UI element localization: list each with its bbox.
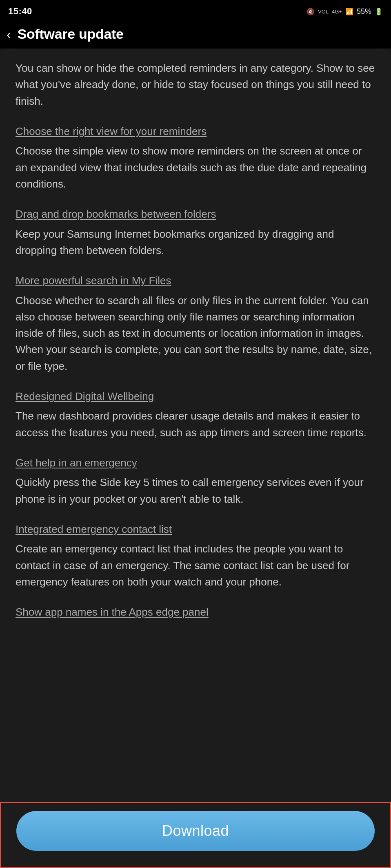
mute-icon: 🔇 bbox=[307, 8, 315, 15]
feature-desc-emergency-help: Quickly press the Side key 5 times to ca… bbox=[16, 474, 375, 507]
feature-section-emergency-contact: Integrated emergency contact list Create… bbox=[16, 522, 375, 590]
feature-desc-reminders-view: Choose the simple view to show more remi… bbox=[16, 143, 375, 192]
feature-section-wellbeing: Redesigned Digital Wellbeing The new das… bbox=[16, 389, 375, 441]
back-button[interactable]: ‹ bbox=[7, 28, 11, 41]
feature-title-myfiles: More powerful search in My Files bbox=[16, 273, 375, 288]
battery-level: 55% bbox=[357, 7, 371, 16]
feature-desc-emergency-contact: Create an emergency contact list that in… bbox=[16, 541, 375, 590]
download-button[interactable]: Download bbox=[16, 811, 375, 851]
status-time: 15:40 bbox=[8, 6, 32, 17]
feature-title-reminders-view: Choose the right view for your reminders bbox=[16, 124, 375, 139]
feature-title-emergency-help: Get help in an emergency bbox=[16, 455, 375, 470]
feature-desc-myfiles: Choose whether to search all files or on… bbox=[16, 292, 375, 374]
feature-desc-bookmarks: Keep your Samsung Internet bookmarks org… bbox=[16, 226, 375, 259]
feature-section-emergency-help: Get help in an emergency Quickly press t… bbox=[16, 455, 375, 507]
phone-container: 15:40 🔇 VOL 4G+ 📶 55% 🔋 ‹ Software updat… bbox=[0, 0, 391, 868]
feature-section-reminders-view: Choose the right view for your reminders… bbox=[16, 124, 375, 192]
intro-text: You can show or hide the completed remin… bbox=[16, 60, 375, 109]
feature-desc-wellbeing: The new dashboard provides clearer usage… bbox=[16, 408, 375, 441]
status-right: 🔇 VOL 4G+ 📶 55% 🔋 bbox=[307, 7, 383, 16]
feature-title-emergency-contact: Integrated emergency contact list bbox=[16, 522, 375, 537]
feature-section-bookmarks: Drag and drop bookmarks between folders … bbox=[16, 207, 375, 258]
lte-icon: 4G+ bbox=[332, 9, 342, 15]
feature-section-apps-edge: Show app names in the Apps edge panel bbox=[16, 605, 375, 619]
content-area: You can show or hide the completed remin… bbox=[0, 49, 391, 868]
feature-title-apps-edge: Show app names in the Apps edge panel bbox=[16, 605, 375, 619]
page-title: Software update bbox=[18, 26, 124, 42]
feature-title-bookmarks: Drag and drop bookmarks between folders bbox=[16, 207, 375, 221]
feature-section-myfiles: More powerful search in My Files Choose … bbox=[16, 273, 375, 374]
status-bar: 15:40 🔇 VOL 4G+ 📶 55% 🔋 bbox=[0, 0, 391, 21]
battery-icon: 🔋 bbox=[375, 8, 383, 15]
vol-icon: VOL bbox=[318, 9, 329, 15]
feature-title-wellbeing: Redesigned Digital Wellbeing bbox=[16, 389, 375, 404]
signal-icon: 📶 bbox=[345, 8, 353, 15]
page-header: ‹ Software update bbox=[0, 21, 391, 49]
bottom-action-area: Download bbox=[0, 802, 391, 868]
